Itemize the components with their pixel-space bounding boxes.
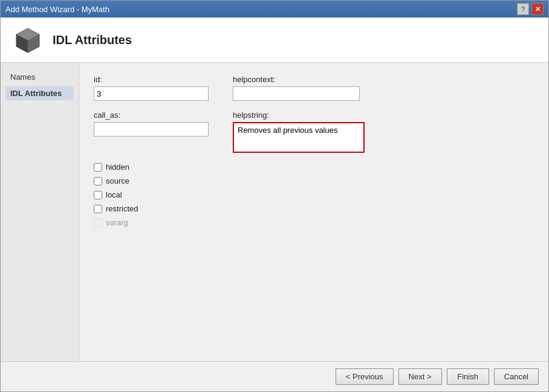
- helpstring-label: helpstring:: [233, 111, 365, 120]
- next-button[interactable]: Next >: [398, 368, 442, 385]
- helpcontext-group: helpcontext:: [233, 75, 360, 101]
- checkbox-local: local: [94, 190, 534, 199]
- previous-button[interactable]: < Previous: [336, 368, 394, 385]
- form-row-2: call_as: helpstring: Removes all previou…: [94, 111, 534, 153]
- header-section: IDL Attributes: [1, 18, 548, 63]
- local-checkbox[interactable]: [94, 191, 102, 199]
- local-label: local: [106, 190, 122, 199]
- source-checkbox[interactable]: [94, 177, 102, 185]
- hidden-checkbox[interactable]: [94, 163, 102, 172]
- helpcontext-input[interactable]: [233, 86, 360, 101]
- sidebar-item-idl[interactable]: IDL Attributes: [5, 86, 74, 100]
- id-group: id:: [94, 75, 209, 101]
- call-as-input[interactable]: [94, 122, 209, 137]
- title-bar: Add Method Wizard - MyMath ? ✕: [1, 1, 548, 18]
- checkbox-source: source: [94, 176, 534, 185]
- source-label: source: [106, 176, 129, 185]
- helpstring-input[interactable]: Removes all previous values: [235, 124, 362, 149]
- window-title: Add Method Wizard - MyMath: [5, 5, 109, 14]
- checkbox-hidden: hidden: [94, 162, 534, 172]
- id-input[interactable]: [94, 86, 209, 101]
- checkboxes-section: hidden source local restricted vararg: [94, 162, 534, 227]
- sidebar: Names IDL Attributes: [1, 63, 79, 361]
- sidebar-item-names[interactable]: Names: [5, 70, 74, 84]
- form-area: id: helpcontext: call_as: helpstring:: [79, 63, 548, 361]
- main-content: Names IDL Attributes id: helpcontext: ca…: [1, 63, 548, 361]
- call-as-label: call_as:: [94, 111, 209, 120]
- wizard-logo: [13, 25, 43, 55]
- footer: < Previous Next > Finish Cancel: [1, 361, 548, 391]
- vararg-checkbox: [94, 219, 102, 227]
- id-label: id:: [94, 75, 209, 84]
- close-button[interactable]: ✕: [531, 3, 544, 15]
- checkbox-restricted: restricted: [94, 204, 534, 213]
- cube-icon: [14, 26, 42, 54]
- finish-button[interactable]: Finish: [447, 368, 489, 385]
- hidden-label: hidden: [106, 162, 129, 172]
- page-title: IDL Attributes: [53, 33, 132, 47]
- helpstring-box: Removes all previous values: [233, 122, 365, 153]
- title-bar-buttons: ? ✕: [517, 3, 544, 15]
- restricted-label: restricted: [106, 204, 138, 213]
- wizard-window: Add Method Wizard - MyMath ? ✕ IDL Attri…: [0, 0, 549, 392]
- checkbox-vararg: vararg: [94, 218, 534, 227]
- cancel-button[interactable]: Cancel: [494, 368, 539, 385]
- helpcontext-label: helpcontext:: [233, 75, 360, 84]
- help-button[interactable]: ?: [517, 3, 529, 15]
- helpstring-group: helpstring: Removes all previous values: [233, 111, 365, 153]
- form-row-1: id: helpcontext:: [94, 75, 534, 101]
- call-as-group: call_as:: [94, 111, 209, 137]
- vararg-label: vararg: [106, 218, 128, 227]
- restricted-checkbox[interactable]: [94, 205, 102, 213]
